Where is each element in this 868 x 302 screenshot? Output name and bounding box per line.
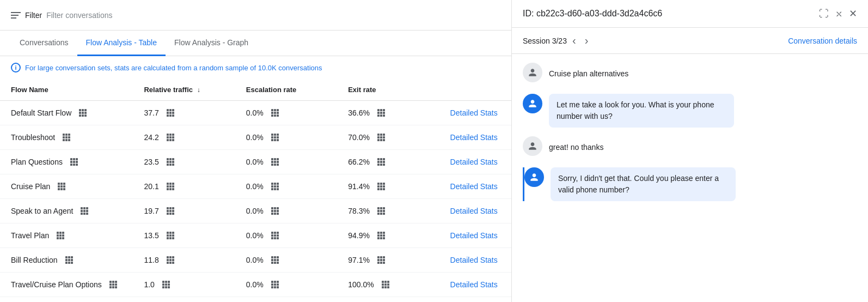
cell-exit-rate: 91.4% xyxy=(337,174,439,199)
flow-name-text: Default Start Flow xyxy=(11,108,71,117)
exit-rate-grid-icon[interactable] xyxy=(377,207,385,215)
cell-escalation-rate: 0.0% xyxy=(235,273,337,297)
info-text: For large conversation sets, stats are c… xyxy=(25,64,322,72)
flow-name-grid-icon[interactable] xyxy=(70,158,78,166)
flow-name-grid-icon[interactable] xyxy=(81,207,88,215)
relative-traffic-grid-icon[interactable] xyxy=(167,109,174,117)
escalation-rate-grid-icon[interactable] xyxy=(271,109,279,117)
cell-relative-traffic: 23.5 xyxy=(133,150,235,174)
next-session-button[interactable]: › xyxy=(582,33,592,48)
escalation-rate-grid-icon[interactable] xyxy=(271,281,279,288)
detailed-stats-link[interactable]: Detailed Stats xyxy=(450,207,498,215)
escalation-rate-grid-icon[interactable] xyxy=(271,134,279,141)
detailed-stats-link[interactable]: Detailed Stats xyxy=(450,158,498,166)
cell-escalation-rate: 0.0% xyxy=(235,199,337,224)
exit-rate-value: 100.0% xyxy=(348,280,374,289)
cell-detailed-stats[interactable]: Detailed Stats xyxy=(439,101,511,125)
relative-traffic-grid-icon[interactable] xyxy=(167,134,174,141)
relative-traffic-grid-icon[interactable] xyxy=(162,281,170,288)
flow-name-text: Speak to an Agent xyxy=(11,207,73,215)
table-row: Cruise Plan 20.1 0.0% 91.4% Detailed Sta… xyxy=(0,174,511,199)
filter-input-placeholder[interactable]: Filter conversations xyxy=(46,11,112,20)
relative-traffic-grid-icon[interactable] xyxy=(167,158,174,166)
relative-traffic-grid-icon[interactable] xyxy=(167,207,174,215)
tab-flow-analysis-graph[interactable]: Flow Analysis - Graph xyxy=(166,31,257,56)
cell-detailed-stats[interactable]: Detailed Stats xyxy=(439,199,511,224)
flow-name-grid-icon[interactable] xyxy=(79,109,87,117)
flow-analysis-table: Flow Name Relative traffic ↓ Escalation … xyxy=(0,79,511,297)
table-row: Travel/Cruise Plan Options 1.0 0.0% 100.… xyxy=(0,273,511,297)
filter-bar: Filter Filter conversations xyxy=(0,0,511,31)
exit-rate-grid-icon[interactable] xyxy=(382,281,389,288)
flow-name-grid-icon[interactable] xyxy=(65,256,73,264)
table-row: Default Start Flow 37.7 0.0% 36.6% Detai… xyxy=(0,101,511,125)
cell-relative-traffic: 1.0 xyxy=(133,273,235,297)
session-label: Session 3/23 xyxy=(523,37,567,45)
chat-message: Sorry, I didn't get that. Could you plea… xyxy=(523,167,857,201)
close-icon[interactable]: ✕ xyxy=(849,8,857,20)
exit-rate-value: 36.6% xyxy=(348,108,370,117)
cell-detailed-stats[interactable]: Detailed Stats xyxy=(439,150,511,174)
escalation-rate-grid-icon[interactable] xyxy=(271,232,279,239)
flow-name-grid-icon[interactable] xyxy=(109,281,117,288)
table-row: Troubleshoot 24.2 0.0% 70.0% Detailed St… xyxy=(0,125,511,150)
message-bubble: Sorry, I didn't get that. Could you plea… xyxy=(551,167,736,201)
cell-flow-name: Bill Reduction xyxy=(0,248,133,273)
detailed-stats-link[interactable]: Detailed Stats xyxy=(450,182,498,191)
cell-relative-traffic: 37.7 xyxy=(133,101,235,125)
cell-detailed-stats[interactable]: Detailed Stats xyxy=(439,248,511,273)
escalation-rate-grid-icon[interactable] xyxy=(271,207,279,215)
exit-rate-grid-icon[interactable] xyxy=(377,183,385,190)
relative-traffic-grid-icon[interactable] xyxy=(167,232,174,239)
detailed-stats-link[interactable]: Detailed Stats xyxy=(450,256,498,264)
exit-rate-grid-icon[interactable] xyxy=(377,232,385,239)
grid-icon[interactable]: ⤬ xyxy=(835,9,842,19)
tab-conversations[interactable]: Conversations xyxy=(11,31,77,56)
escalation-rate-grid-icon[interactable] xyxy=(271,158,279,166)
relative-traffic-grid-icon[interactable] xyxy=(167,183,174,190)
relative-traffic-value: 23.5 xyxy=(144,158,158,166)
user-avatar xyxy=(523,63,542,82)
cell-detailed-stats[interactable]: Detailed Stats xyxy=(439,224,511,248)
flow-name-text: Plan Questions xyxy=(11,158,63,166)
exit-rate-grid-icon[interactable] xyxy=(377,158,385,166)
exit-rate-grid-icon[interactable] xyxy=(377,134,385,141)
detailed-stats-link[interactable]: Detailed Stats xyxy=(450,133,498,142)
cell-flow-name: Travel Plan xyxy=(0,224,133,248)
escalation-rate-value: 0.0% xyxy=(246,133,264,142)
prev-session-button[interactable]: ‹ xyxy=(569,33,579,48)
col-relative-traffic[interactable]: Relative traffic ↓ xyxy=(133,79,235,101)
detailed-stats-link[interactable]: Detailed Stats xyxy=(450,108,498,117)
exit-rate-grid-icon[interactable] xyxy=(377,256,385,264)
chat-message: Cruise plan alternatives xyxy=(523,63,857,85)
escalation-rate-grid-icon[interactable] xyxy=(271,256,279,264)
flow-name-grid-icon[interactable] xyxy=(63,134,70,141)
cell-detailed-stats[interactable]: Detailed Stats xyxy=(439,174,511,199)
cell-relative-traffic: 11.8 xyxy=(133,248,235,273)
cell-exit-rate: 66.2% xyxy=(337,150,439,174)
tabs-bar: Conversations Flow Analysis - Table Flow… xyxy=(0,31,511,56)
tab-flow-analysis-table[interactable]: Flow Analysis - Table xyxy=(77,31,166,56)
exit-rate-grid-icon[interactable] xyxy=(377,109,385,117)
cell-detailed-stats[interactable]: Detailed Stats xyxy=(439,273,511,297)
cell-detailed-stats[interactable]: Detailed Stats xyxy=(439,125,511,150)
detailed-stats-link[interactable]: Detailed Stats xyxy=(450,280,498,289)
table-row: Travel Plan 13.5 0.0% 94.9% Detailed Sta… xyxy=(0,224,511,248)
info-icon: i xyxy=(11,63,21,73)
cell-exit-rate: 100.0% xyxy=(337,273,439,297)
filter-icon[interactable] xyxy=(11,12,21,19)
flow-name-grid-icon[interactable] xyxy=(58,183,65,190)
session-nav-left: Session 3/23 ‹ › xyxy=(523,33,591,48)
col-escalation-rate: Escalation rate xyxy=(235,79,337,101)
exit-rate-value: 91.4% xyxy=(348,182,370,191)
conversation-details-link[interactable]: Conversation details xyxy=(788,37,857,45)
detailed-stats-link[interactable]: Detailed Stats xyxy=(450,231,498,240)
escalation-rate-value: 0.0% xyxy=(246,256,264,264)
expand-icon[interactable]: ⛶ xyxy=(819,8,829,20)
relative-traffic-grid-icon[interactable] xyxy=(167,256,174,264)
message-bubble: Let me take a look for you. What is your… xyxy=(549,94,734,128)
flow-name-text: Travel/Cruise Plan Options xyxy=(11,280,102,289)
escalation-rate-value: 0.0% xyxy=(246,158,264,166)
flow-name-grid-icon[interactable] xyxy=(57,232,64,239)
escalation-rate-grid-icon[interactable] xyxy=(271,183,279,190)
